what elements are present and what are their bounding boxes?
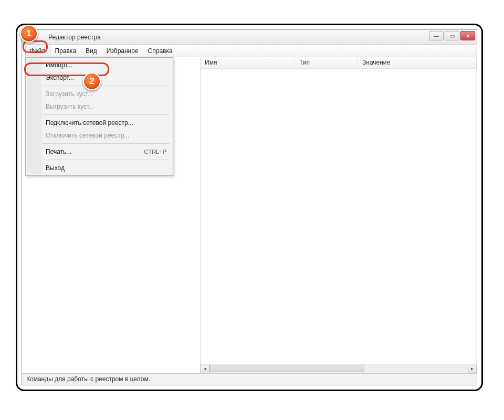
statusbar: Команды для работы с реестром в целом.	[22, 373, 477, 385]
menu-item-load-hive: Загрузить куст...	[27, 88, 172, 100]
menu-edit[interactable]: Правка	[50, 46, 81, 56]
maximize-icon: ▭	[450, 33, 455, 39]
menu-item-import[interactable]: Импорт...	[27, 59, 172, 71]
annotation-callout-2: 2	[83, 72, 101, 90]
menu-separator	[43, 86, 170, 86]
menu-file[interactable]: Файл	[25, 46, 50, 56]
window-controls: — ▭ ✕	[429, 31, 475, 40]
callout-number: 1	[26, 28, 31, 39]
callout-number: 2	[89, 76, 94, 87]
menu-item-label: Выгрузить куст...	[46, 103, 94, 110]
menu-item-print[interactable]: Печать... CTRL+P	[27, 145, 172, 158]
menu-item-label: Выход	[46, 164, 65, 172]
menu-favorites[interactable]: Избранное	[102, 46, 143, 56]
menu-item-label: Импорт...	[46, 61, 72, 69]
registry-list-pane: Имя Тип Значение ◄ ►	[201, 57, 477, 373]
list-header: Имя Тип Значение	[201, 57, 477, 69]
menu-item-exit[interactable]: Выход	[27, 162, 172, 174]
menu-item-shortcut: CTRL+P	[144, 149, 167, 155]
maximize-button[interactable]: ▭	[445, 31, 459, 40]
scroll-right-button[interactable]: ►	[468, 365, 477, 373]
menu-help[interactable]: Справка	[143, 46, 177, 56]
scroll-left-button[interactable]: ◄	[201, 365, 209, 373]
close-button[interactable]: ✕	[460, 31, 475, 40]
scroll-track[interactable]	[209, 365, 468, 373]
menu-item-label: Отключить сетевой реестр...	[46, 132, 129, 139]
column-value[interactable]: Значение	[358, 57, 477, 68]
menu-item-label: Печать...	[46, 148, 71, 155]
close-icon: ✕	[466, 33, 470, 39]
column-name[interactable]: Имя	[201, 57, 295, 68]
menu-item-unload-hive: Выгрузить куст...	[27, 100, 172, 113]
menu-item-label: Экспорт...	[46, 74, 74, 81]
annotation-callout-1: 1	[20, 25, 38, 43]
menu-separator	[43, 143, 170, 144]
status-text: Команды для работы с реестром в целом.	[26, 375, 150, 383]
file-menu-dropdown: Импорт... Экспорт... Загрузить куст... В…	[25, 57, 173, 176]
menu-item-label: Загрузить куст...	[46, 90, 93, 98]
column-type[interactable]: Тип	[295, 57, 358, 68]
chevron-right-icon: ►	[470, 366, 475, 371]
chevron-left-icon: ◄	[203, 366, 207, 371]
menubar: Файл Правка Вид Избранное Справка	[22, 45, 477, 57]
titlebar[interactable]: Редактор реестра — ▭ ✕	[22, 30, 477, 45]
list-body[interactable]	[201, 69, 477, 364]
menu-view[interactable]: Вид	[81, 46, 102, 56]
minimize-button[interactable]: —	[429, 31, 444, 40]
horizontal-scrollbar[interactable]: ◄ ►	[201, 364, 477, 373]
scroll-thumb[interactable]	[209, 365, 364, 372]
menu-item-connect-network[interactable]: Подключить сетевой реестр...	[27, 117, 172, 129]
minimize-icon: —	[434, 33, 439, 39]
menu-separator	[43, 160, 170, 160]
menu-item-disconnect-network: Отключить сетевой реестр...	[27, 129, 172, 142]
menu-item-label: Подключить сетевой реестр...	[46, 119, 133, 127]
menu-separator	[43, 114, 170, 115]
window-title: Редактор реестра	[48, 34, 101, 41]
